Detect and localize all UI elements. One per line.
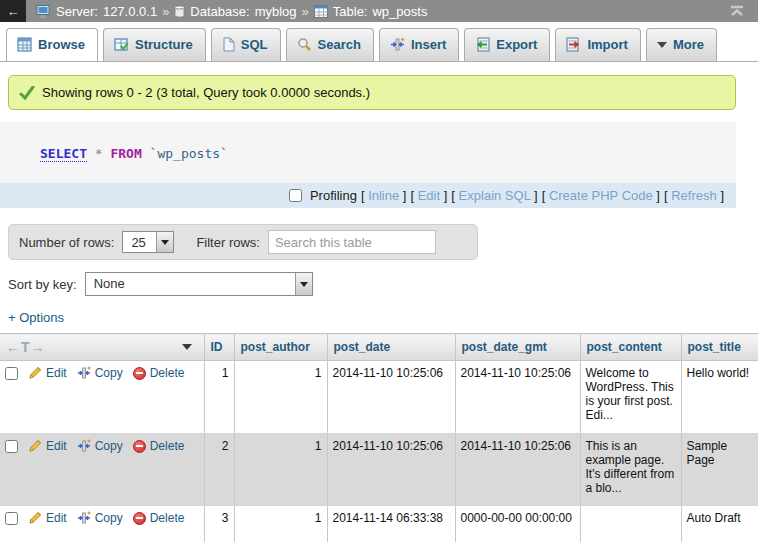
sort-by-key-select[interactable]: None (85, 272, 313, 296)
profiling-checkbox[interactable] (289, 189, 302, 202)
tab-export[interactable]: Export (464, 28, 550, 61)
column-options-dropdown-icon[interactable] (182, 344, 192, 350)
back-button[interactable]: ← (0, 0, 26, 22)
cell-post-date-gmt: 0000-00-00 00:00:00 (455, 506, 580, 542)
copy-link[interactable]: Copy (95, 511, 123, 525)
tab-browse-label: Browse (38, 37, 85, 52)
breadcrumb-database-value[interactable]: myblog (255, 4, 297, 19)
sql-keyword-select[interactable]: SELECT (40, 146, 87, 162)
column-header-post-title[interactable]: post_title (681, 334, 758, 361)
sql-file-icon (222, 37, 235, 52)
delete-link[interactable]: Delete (150, 511, 185, 525)
tab-sql[interactable]: SQL (211, 28, 281, 61)
rows-per-page-value: 25 (123, 232, 156, 252)
breadcrumb-table-label: Table: (333, 4, 368, 19)
row-select-checkbox[interactable] (5, 440, 18, 453)
delete-link[interactable]: Delete (150, 366, 185, 380)
profiling-label: Profiling (310, 188, 357, 203)
cell-post-date-gmt: 2014-11-10 10:25:06 (455, 434, 580, 506)
row-select-checkbox[interactable] (5, 367, 18, 380)
cell-post-content (580, 506, 681, 542)
tab-more[interactable]: More (646, 28, 717, 61)
sort-by-key-label: Sort by key: (8, 277, 77, 292)
structure-icon (114, 37, 129, 52)
delete-link[interactable]: Delete (150, 439, 185, 453)
cell-post-author: 1 (234, 506, 327, 542)
tab-structure-label: Structure (135, 37, 193, 52)
cell-post-author: 1 (234, 434, 327, 506)
options-toggle-link[interactable]: + Options (8, 310, 64, 325)
copy-link[interactable]: Copy (95, 439, 123, 453)
breadcrumb-database-label: Database: (190, 4, 249, 19)
bracket: [ (410, 188, 414, 203)
tab-more-label: More (673, 37, 704, 52)
bracket: [ (361, 188, 365, 203)
row-actions-cell: Edit Copy Delete (0, 506, 204, 542)
cell-post-date: 2014-11-10 10:25:06 (327, 361, 455, 434)
sql-query: SELECT * FROM `wp_posts` (0, 122, 736, 183)
tab-bar: Browse Structure SQL Search Insert Expor… (0, 22, 758, 62)
inline-link[interactable]: Inline (368, 188, 399, 203)
cell-post-date-gmt: 2014-11-10 10:25:06 (455, 361, 580, 434)
bracket: ] (656, 188, 660, 203)
export-icon (475, 37, 490, 52)
bracket: [ (451, 188, 455, 203)
edit-pencil-icon (28, 439, 42, 453)
results-table: ←T→ ID post_author post_date post_date_g… (0, 333, 758, 542)
row-actions-cell: Edit Copy Delete (0, 434, 204, 506)
header-actions-cell: ←T→ (0, 334, 204, 361)
create-php-code-link[interactable]: Create PHP Code (549, 188, 653, 203)
explain-sql-link-wrap: [ Explain SQL ] (451, 188, 537, 203)
column-header-post-author[interactable]: post_author (234, 334, 327, 361)
column-header-id[interactable]: ID (204, 334, 234, 361)
row-controls-bar: Number of rows: 25 Filter rows: (8, 224, 478, 260)
tab-search-label: Search (318, 37, 361, 52)
bracket: ] (534, 188, 538, 203)
breadcrumb-server-value[interactable]: 127.0.0.1 (103, 4, 157, 19)
select-dropdown-button[interactable] (156, 232, 173, 252)
edit-pencil-icon (28, 366, 42, 380)
cell-id: 3 (204, 506, 234, 542)
tab-structure[interactable]: Structure (103, 28, 206, 61)
chevron-down-icon (300, 282, 308, 287)
copy-link[interactable]: Copy (95, 366, 123, 380)
breadcrumb-table-value[interactable]: wp_posts (372, 4, 427, 19)
bracket: [ (664, 188, 668, 203)
chevron-down-icon (657, 42, 667, 48)
transpose-control[interactable]: ←T→ (6, 339, 46, 355)
edit-link[interactable]: Edit (46, 366, 67, 380)
row-select-checkbox[interactable] (5, 512, 18, 525)
column-header-post-date[interactable]: post_date (327, 334, 455, 361)
table-row: Edit Copy Delete 2 1 2014-11-10 10:25:06… (0, 434, 758, 506)
number-of-rows-label: Number of rows: (19, 235, 114, 250)
tab-sql-label: SQL (241, 37, 268, 52)
cell-post-author: 1 (234, 361, 327, 434)
filter-rows-label: Filter rows: (196, 235, 260, 250)
tab-insert[interactable]: Insert (379, 28, 459, 61)
rows-per-page-select[interactable]: 25 (122, 231, 174, 253)
tab-browse[interactable]: Browse (6, 28, 98, 61)
status-message: Showing rows 0 - 2 (3 total, Query took … (8, 75, 736, 110)
table-icon (314, 5, 328, 18)
tab-search[interactable]: Search (286, 28, 374, 61)
tab-import[interactable]: Import (555, 28, 640, 61)
sort-row: Sort by key: None (8, 272, 758, 296)
cell-post-title: Hello world! (681, 361, 758, 434)
column-header-post-content[interactable]: post_content (580, 334, 681, 361)
cell-post-content: Welcome to WordPress. This is your first… (580, 361, 681, 434)
edit-query-link[interactable]: Edit (418, 188, 440, 203)
table-header-row: ←T→ ID post_author post_date post_date_g… (0, 334, 758, 361)
search-icon (297, 37, 312, 52)
refresh-link[interactable]: Refresh (671, 188, 717, 203)
cell-id: 1 (204, 361, 234, 434)
edit-link[interactable]: Edit (46, 439, 67, 453)
collapse-panel-button[interactable] (728, 4, 746, 18)
select-dropdown-button[interactable] (295, 273, 312, 295)
table-row: Edit Copy Delete 1 1 2014-11-10 10:25:06… (0, 361, 758, 434)
cell-post-title: Sample Page (681, 434, 758, 506)
edit-link[interactable]: Edit (46, 511, 67, 525)
explain-sql-link[interactable]: Explain SQL (459, 188, 531, 203)
column-header-post-date-gmt[interactable]: post_date_gmt (455, 334, 580, 361)
bracket: [ (542, 188, 546, 203)
filter-rows-input[interactable] (268, 230, 436, 254)
